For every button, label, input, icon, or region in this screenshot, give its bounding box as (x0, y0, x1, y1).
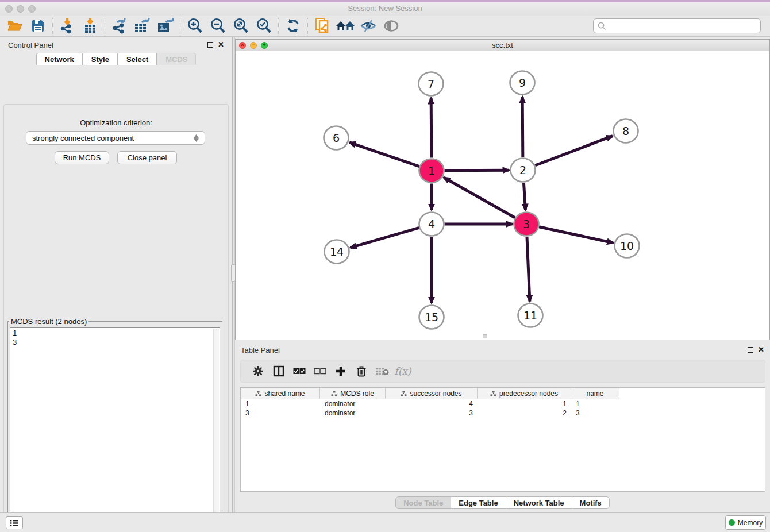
zoom-selected-icon (256, 18, 272, 34)
search-box[interactable] (593, 18, 761, 33)
graph-node-2[interactable]: 2 (511, 159, 536, 182)
zoom-selected-button[interactable] (252, 17, 275, 35)
tab-edge-table[interactable]: Edge Table (451, 496, 506, 509)
graph-edge-2-9[interactable] (522, 97, 523, 157)
import-table-button[interactable] (79, 17, 102, 35)
export-network-button[interactable] (108, 17, 131, 35)
canvas-scroll-handle[interactable] (483, 334, 487, 338)
graph-node-11[interactable]: 11 (518, 304, 543, 327)
graph-node-10[interactable]: 10 (615, 234, 640, 258)
save-session-button[interactable] (26, 17, 49, 35)
close-window-button[interactable] (5, 5, 13, 13)
clone-network-button[interactable] (311, 17, 334, 35)
dropdown-stepper-icon (194, 134, 199, 142)
table-cell[interactable]: 2 (478, 408, 571, 418)
column-type-icon (255, 391, 261, 396)
zoom-in-button[interactable] (183, 17, 206, 35)
memory-button[interactable]: Memory (725, 515, 766, 530)
close-panel-icon[interactable]: ✕ (218, 42, 224, 48)
column-header-predecessor-nodes[interactable]: predecessor nodes (478, 388, 571, 399)
criterion-value: strongly connected component (32, 134, 134, 142)
table-cell[interactable]: 3 (241, 408, 320, 418)
table-cell[interactable]: 1 (478, 399, 571, 408)
show-panels-button[interactable] (380, 17, 403, 35)
network-canvas[interactable]: 7968124314101511 (236, 51, 769, 340)
graph-node-3[interactable]: 3 (514, 213, 539, 236)
export-image-icon (157, 18, 174, 34)
tab-network-table[interactable]: Network Table (506, 496, 572, 509)
task-manager-button[interactable] (6, 516, 23, 529)
memory-label: Memory (738, 519, 763, 527)
table-row[interactable]: 1dominator411 (241, 399, 765, 408)
graph-edge-2-3[interactable] (523, 183, 525, 210)
mcds-result-list[interactable]: 1 3 (10, 327, 220, 532)
float-table-panel-icon[interactable] (748, 347, 753, 353)
tab-style[interactable]: Style (83, 53, 118, 65)
tab-node-table[interactable]: Node Table (395, 496, 451, 509)
tab-mcds[interactable]: MCDS (157, 53, 196, 65)
table-row[interactable]: 3dominator323 (241, 408, 765, 418)
export-table-button[interactable] (131, 17, 154, 35)
close-panel-button[interactable]: Close panel (117, 151, 177, 164)
column-header-MCDS-role[interactable]: MCDS role (320, 388, 386, 399)
zoom-window-button[interactable] (28, 5, 36, 13)
result-scrollbar[interactable] (213, 329, 219, 532)
home-layout-button[interactable] (334, 17, 357, 35)
column-header-successor-nodes[interactable]: successor nodes (386, 388, 478, 399)
refresh-view-button[interactable] (282, 17, 305, 35)
table-cell[interactable]: 1 (241, 399, 320, 408)
table-panel: Table Panel ✕ (235, 342, 770, 512)
graph-edge-1-7[interactable] (431, 98, 432, 157)
column-type-icon (331, 391, 337, 396)
table-cell[interactable]: 1 (571, 399, 619, 408)
column-header-shared-name[interactable]: shared name (241, 388, 320, 399)
zoom-out-button[interactable] (206, 17, 229, 35)
minimize-window-button[interactable] (17, 5, 24, 13)
graph-edge-4-14[interactable] (351, 228, 419, 248)
table-panel-header: Table Panel ✕ (235, 342, 770, 357)
tab-select[interactable]: Select (118, 53, 157, 65)
table-settings-button[interactable] (248, 362, 268, 380)
table-cell[interactable]: 4 (386, 399, 478, 408)
graph-node-15[interactable]: 15 (419, 306, 444, 329)
open-file-button[interactable] (3, 17, 26, 35)
graph-node-1[interactable]: 1 (419, 159, 444, 183)
graph-edge-3-10[interactable] (539, 227, 613, 243)
column-header-label: MCDS role (340, 390, 374, 398)
toggle-columns-button[interactable] (268, 362, 289, 380)
table-cell[interactable]: 3 (571, 408, 619, 418)
graph-edge-2-8[interactable] (535, 136, 613, 165)
tab-motifs[interactable]: Motifs (572, 496, 610, 509)
close-table-panel-icon[interactable]: ✕ (758, 347, 764, 353)
graph-node-14[interactable]: 14 (325, 240, 349, 264)
tab-network[interactable]: Network (36, 53, 83, 65)
select-all-button[interactable] (289, 362, 310, 380)
float-panel-icon[interactable] (207, 42, 213, 48)
table-cell[interactable]: dominator (320, 408, 386, 418)
mcds-result-group: MCDS result (2 nodes) 1 3 (7, 317, 222, 532)
criterion-dropdown[interactable]: strongly connected component (26, 131, 205, 145)
hide-panels-button[interactable] (357, 17, 380, 35)
add-column-button[interactable] (330, 362, 351, 380)
export-image-button[interactable] (154, 17, 177, 35)
delete-column-button[interactable] (351, 362, 372, 380)
graph-node-9[interactable]: 9 (510, 71, 535, 95)
run-mcds-button[interactable]: Run MCDS (55, 151, 109, 164)
node-table[interactable]: shared nameMCDS rolesuccessor nodesprede… (240, 387, 765, 492)
zoom-fit-button[interactable] (229, 17, 252, 35)
graph-node-7[interactable]: 7 (419, 72, 444, 96)
column-header-name[interactable]: name (571, 388, 619, 399)
graph-edge-3-1[interactable] (444, 178, 515, 218)
graph-edge-1-2[interactable] (444, 170, 509, 171)
import-network-button[interactable] (56, 17, 79, 35)
table-cell[interactable]: dominator (320, 399, 386, 408)
graph-node-8[interactable]: 8 (614, 119, 638, 143)
table-cell[interactable]: 3 (386, 408, 478, 418)
graph-node-6[interactable]: 6 (324, 126, 349, 150)
graph-edge-3-11[interactable] (527, 237, 530, 301)
deselect-all-button[interactable] (310, 362, 330, 380)
graph-edge-1-6[interactable] (349, 142, 419, 167)
column-header-label: name (586, 390, 603, 398)
search-input[interactable] (609, 22, 756, 30)
graph-node-4[interactable]: 4 (419, 213, 444, 236)
